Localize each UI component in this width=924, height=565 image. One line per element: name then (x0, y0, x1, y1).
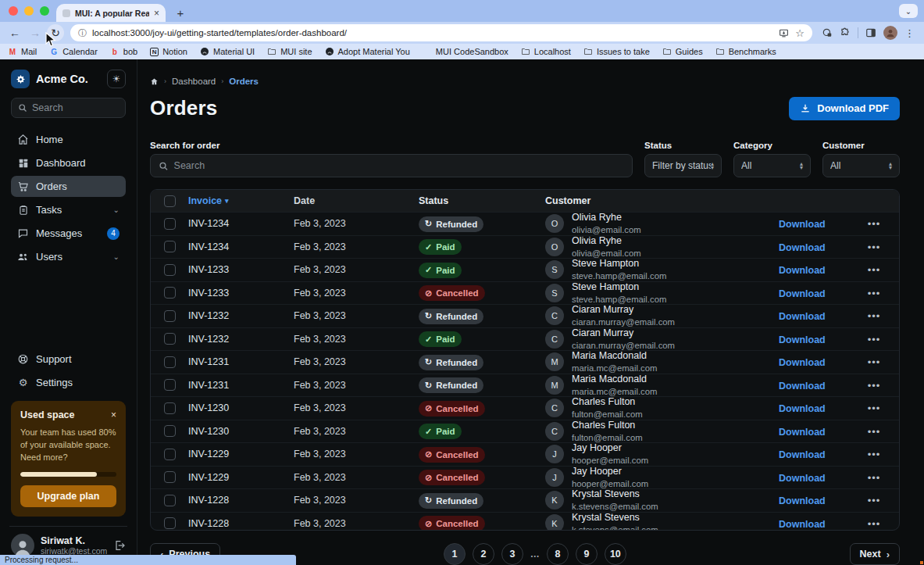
sidebar-item-home[interactable]: Home (11, 129, 126, 150)
maximize-window-button[interactable] (40, 6, 49, 16)
page-button-9[interactable]: 9 (576, 543, 598, 565)
download-link[interactable]: Download (779, 473, 826, 484)
sidebar-search[interactable] (11, 98, 126, 118)
download-link[interactable]: Download (779, 495, 826, 506)
row-checkbox[interactable] (164, 495, 176, 506)
row-menu-kebab-icon[interactable]: ••• (868, 356, 881, 368)
download-link[interactable]: Download (779, 334, 826, 345)
row-menu-kebab-icon[interactable]: ••• (868, 334, 881, 345)
bookmark-item[interactable]: Guides (662, 47, 703, 56)
row-checkbox[interactable] (164, 449, 176, 460)
row-checkbox[interactable] (164, 425, 176, 437)
color-mode-toggle-button[interactable]: ☀ (107, 70, 126, 88)
sidebar-item-settings[interactable]: ⚙Settings (11, 372, 126, 393)
forward-button[interactable]: → (27, 24, 44, 41)
reload-button[interactable]: ↻ (47, 24, 64, 41)
row-checkbox[interactable] (164, 287, 176, 299)
row-checkbox[interactable] (164, 471, 176, 483)
row-checkbox[interactable] (164, 379, 176, 391)
bookmark-item[interactable]: bbob (110, 47, 137, 56)
titlebar-chevron-icon[interactable]: ⌄ (899, 4, 918, 18)
side-panel-icon[interactable] (865, 27, 876, 38)
install-app-icon[interactable] (779, 28, 789, 38)
order-search[interactable] (150, 154, 633, 177)
filter-select-category[interactable]: All▴▾ (733, 154, 811, 177)
row-checkbox[interactable] (164, 333, 176, 345)
site-info-icon[interactable]: ⓘ (78, 27, 87, 39)
download-link[interactable]: Download (779, 242, 826, 253)
filter-select-customer[interactable]: All▴▾ (822, 154, 900, 177)
row-menu-kebab-icon[interactable]: ••• (868, 241, 881, 253)
row-menu-kebab-icon[interactable]: ••• (868, 495, 881, 506)
bookmark-item[interactable]: Benchmarks (715, 47, 776, 56)
download-link[interactable]: Download (779, 265, 826, 276)
close-window-button[interactable] (9, 6, 18, 16)
upgrade-plan-button[interactable]: Upgrade plan (20, 485, 116, 507)
sidebar-item-messages[interactable]: Messages4 (11, 223, 126, 244)
minimize-window-button[interactable] (24, 6, 34, 16)
download-pdf-button[interactable]: Download PDF (789, 97, 900, 120)
bookmark-item[interactable]: Material UI (200, 47, 255, 56)
extensions-puzzle-icon[interactable] (840, 27, 851, 38)
bookmark-item[interactable]: MMail (8, 47, 37, 56)
filter-select-status[interactable]: Filter by status▴▾ (644, 154, 722, 177)
bookmark-item[interactable]: MUI site (267, 47, 312, 56)
bookmark-star-icon[interactable]: ☆ (795, 27, 804, 39)
browser-tab[interactable]: MUI: A popular React UI fram × (56, 4, 166, 22)
download-link[interactable]: Download (779, 357, 826, 368)
download-link[interactable]: Download (779, 449, 826, 460)
back-button[interactable]: ← (6, 24, 23, 41)
download-link[interactable]: Download (779, 427, 826, 438)
address-bar[interactable]: ⓘ localhost:3000/joy-ui/getting-started/… (70, 24, 812, 41)
download-link[interactable]: Download (779, 381, 826, 392)
sidebar-item-orders[interactable]: Orders (11, 176, 126, 197)
row-menu-kebab-icon[interactable]: ••• (868, 518, 881, 530)
row-menu-kebab-icon[interactable]: ••• (868, 264, 881, 276)
sidebar-item-users[interactable]: Users⌄ (11, 246, 126, 267)
download-link[interactable]: Download (779, 219, 826, 230)
row-menu-kebab-icon[interactable]: ••• (868, 426, 881, 438)
bookmark-item[interactable]: MUI CodeSandbox (423, 47, 508, 56)
bookmark-item[interactable]: Localhost (521, 47, 571, 56)
column-header-invoice[interactable]: Invoice ▾ (188, 195, 294, 206)
page-button-8[interactable]: 8 (547, 543, 569, 565)
privacy-extension-icon[interactable] (822, 27, 833, 38)
browser-profile-avatar[interactable] (883, 26, 897, 40)
row-menu-kebab-icon[interactable]: ••• (868, 402, 881, 414)
new-tab-button[interactable]: + (172, 4, 189, 21)
page-button-1[interactable]: 1 (444, 543, 466, 565)
bookmark-item[interactable]: Adopt Material You (325, 47, 410, 56)
page-button-3[interactable]: 3 (501, 543, 523, 565)
row-menu-kebab-icon[interactable]: ••• (868, 472, 881, 484)
row-checkbox[interactable] (164, 264, 176, 276)
brand-logo-icon[interactable] (11, 70, 30, 88)
row-checkbox[interactable] (164, 356, 176, 368)
browser-menu-kebab-icon[interactable]: ⋮ (904, 27, 915, 39)
row-checkbox[interactable] (164, 310, 176, 322)
page-button-2[interactable]: 2 (473, 543, 494, 565)
download-link[interactable]: Download (779, 311, 826, 322)
used-space-close-icon[interactable]: × (111, 409, 116, 420)
row-menu-kebab-icon[interactable]: ••• (868, 310, 881, 322)
row-checkbox[interactable] (164, 241, 176, 252)
logout-icon[interactable] (113, 539, 126, 552)
select-all-checkbox[interactable] (164, 195, 176, 207)
bookmark-item[interactable]: GCalendar (49, 47, 98, 56)
order-search-input[interactable] (174, 160, 624, 171)
row-menu-kebab-icon[interactable]: ••• (868, 218, 881, 230)
download-link[interactable]: Download (779, 288, 826, 299)
row-checkbox[interactable] (164, 218, 176, 230)
sidebar-item-tasks[interactable]: Tasks⌄ (11, 199, 126, 220)
tab-close-icon[interactable]: × (154, 8, 159, 19)
next-page-button[interactable]: Next › (850, 543, 900, 565)
bookmark-item[interactable]: NNotion (150, 47, 187, 56)
breadcrumb-dashboard[interactable]: Dashboard (172, 77, 216, 86)
bookmark-item[interactable]: Issues to take (583, 47, 650, 56)
download-link[interactable]: Download (779, 519, 826, 530)
row-menu-kebab-icon[interactable]: ••• (868, 380, 881, 392)
breadcrumb-home-icon[interactable] (150, 77, 159, 86)
sidebar-item-dashboard[interactable]: Dashboard (11, 152, 126, 173)
row-menu-kebab-icon[interactable]: ••• (868, 449, 881, 460)
sidebar-item-support[interactable]: Support (11, 349, 126, 370)
sidebar-search-input[interactable] (32, 102, 119, 113)
